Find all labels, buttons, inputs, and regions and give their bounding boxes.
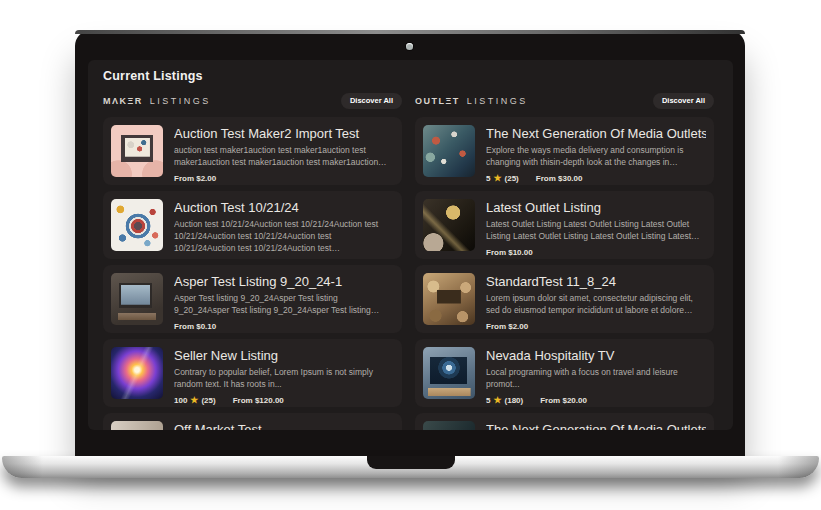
webcam-icon (406, 43, 413, 50)
column-header: OUTLΞT LISTINGS Discover All (415, 93, 714, 109)
listing-description: Explore the ways media delivery and cons… (486, 145, 706, 169)
listing-price: From $2.00 (486, 322, 528, 331)
column-header: MΛKΞR LISTINGS Discover All (103, 93, 402, 109)
listing-title: The Next Generation Of Media Outlets (486, 126, 706, 141)
rating-count: (25) (505, 174, 519, 183)
listing-thumbnail (111, 347, 163, 399)
listing-rating: 5 ★ (180) (486, 396, 523, 405)
listing-card[interactable]: Auction Test 10/21/24 Auction test 10/21… (103, 191, 402, 259)
listing-card[interactable]: Off Market Test (103, 413, 402, 430)
laptop-lid-edge (75, 30, 745, 34)
rating-score: 5 (486, 174, 490, 183)
rating-score: 5 (486, 396, 490, 405)
listing-info: Latest Outlet Listing Latest Outlet List… (486, 199, 706, 251)
brand-logo: OUTLΞT (415, 96, 460, 106)
listing-price: From $30.00 (536, 174, 583, 183)
rating-count: (180) (505, 396, 524, 405)
listing-title: Nevada Hospitality TV (486, 348, 706, 363)
laptop-base (2, 456, 819, 478)
listing-title: Auction Test 10/21/24 (174, 200, 394, 215)
listing-info: StandardTest 11_8_24 Lorem ipsum dolor s… (486, 273, 706, 325)
brand-suffix: LISTINGS (150, 96, 211, 106)
listing-title: Off Market Test (174, 422, 394, 430)
column-maker: MΛKΞR LISTINGS Discover All Auction Test… (103, 93, 402, 430)
screen-content: Current Listings MΛKΞR LISTINGS Discover… (88, 60, 733, 430)
brand-suffix: LISTINGS (467, 96, 528, 106)
listing-price: From $10.00 (486, 248, 533, 257)
listing-price: From $2.00 (174, 174, 216, 183)
listing-title: Seller New Listing (174, 348, 394, 363)
listing-info: Off Market Test (174, 421, 394, 430)
listing-title: Asper Test Listing 9_20_24-1 (174, 274, 394, 289)
section-brand: MΛKΞR LISTINGS (103, 96, 211, 106)
listing-card[interactable]: StandardTest 11_8_24 Lorem ipsum dolor s… (415, 265, 714, 333)
listing-thumbnail (423, 273, 475, 325)
listing-price: From $0.10 (174, 322, 216, 331)
listing-info: Auction Test 10/21/24 Auction test 10/21… (174, 199, 394, 251)
listing-description: Asper Test listing 9_20_24Asper Test lis… (174, 293, 394, 317)
listing-meta: 5 ★ (180) From $20.00 (486, 396, 706, 405)
card-list: The Next Generation Of Media Outlets Exp… (415, 117, 714, 430)
listing-card[interactable]: The Next Generation Of Media Outlets Exp… (415, 117, 714, 185)
brand-logo: MΛKΞR (103, 96, 143, 106)
star-icon: ★ (493, 396, 501, 405)
rating-score: 100 (174, 396, 187, 405)
listing-meta: From $0.10 (174, 322, 394, 331)
listing-thumbnail (111, 125, 163, 177)
listing-description: Local programing with a focus on travel … (486, 367, 706, 391)
listing-card[interactable]: Auction Test Maker2 Import Test auction … (103, 117, 402, 185)
listing-thumbnail (423, 421, 475, 430)
listing-card[interactable]: Asper Test Listing 9_20_24-1 Asper Test … (103, 265, 402, 333)
listing-description: auction test maker1auction test maker1au… (174, 145, 394, 169)
card-list: Auction Test Maker2 Import Test auction … (103, 117, 402, 430)
listing-thumbnail (111, 273, 163, 325)
listing-thumbnail (423, 199, 475, 251)
listing-info: The Next Generation Of Media Outlets (486, 421, 706, 430)
listings-columns: MΛKΞR LISTINGS Discover All Auction Test… (103, 93, 714, 430)
discover-all-button[interactable]: Discover All (341, 93, 402, 109)
column-outlet: OUTLΞT LISTINGS Discover All The Next Ge… (415, 93, 714, 430)
star-icon: ★ (190, 396, 198, 405)
listing-rating: 5 ★ (25) (486, 174, 519, 183)
listing-title: Latest Outlet Listing (486, 200, 706, 215)
page: Current Listings MΛKΞR LISTINGS Discover… (0, 0, 821, 510)
listing-card[interactable]: Latest Outlet Listing Latest Outlet List… (415, 191, 714, 259)
listing-price: From $120.00 (233, 396, 284, 405)
listing-card[interactable]: Seller New Listing Contrary to popular b… (103, 339, 402, 407)
listing-thumbnail (111, 199, 163, 251)
listing-info: The Next Generation Of Media Outlets Exp… (486, 125, 706, 177)
listing-title: The Next Generation Of Media Outlets (486, 422, 706, 430)
rating-count: (25) (201, 396, 215, 405)
star-icon: ★ (493, 174, 501, 183)
laptop-base-notch (367, 456, 455, 469)
listing-description: Auction test 10/21/24Auction test 10/21/… (174, 219, 394, 255)
listing-meta: 5 ★ (25) From $30.00 (486, 174, 706, 183)
listing-info: Asper Test Listing 9_20_24-1 Asper Test … (174, 273, 394, 325)
page-title: Current Listings (103, 69, 714, 83)
listing-meta: 100 ★ (25) From $120.00 (174, 396, 394, 405)
listing-info: Auction Test Maker2 Import Test auction … (174, 125, 394, 177)
listing-description: Lorem ipsum dolor sit amet, consectetur … (486, 293, 706, 317)
discover-all-button[interactable]: Discover All (653, 93, 714, 109)
listing-price: From $20.00 (540, 396, 587, 405)
laptop-frame: Current Listings MΛKΞR LISTINGS Discover… (75, 30, 745, 456)
listing-meta: From $2.00 (174, 174, 394, 183)
listing-rating: 100 ★ (25) (174, 396, 216, 405)
listing-description: Contrary to popular belief, Lorem Ipsum … (174, 367, 394, 391)
listing-meta: From $10.00 (486, 248, 706, 257)
listing-thumbnail (111, 421, 163, 430)
listing-info: Seller New Listing Contrary to popular b… (174, 347, 394, 399)
listing-card[interactable]: Nevada Hospitality TV Local programing w… (415, 339, 714, 407)
listing-thumbnail (423, 347, 475, 399)
listing-description: Latest Outlet Listing Latest Outlet List… (486, 219, 706, 243)
section-brand: OUTLΞT LISTINGS (415, 96, 528, 106)
listing-title: Auction Test Maker2 Import Test (174, 126, 394, 141)
listing-meta: From $2.00 (486, 322, 706, 331)
listing-card[interactable]: The Next Generation Of Media Outlets (415, 413, 714, 430)
listing-title: StandardTest 11_8_24 (486, 274, 706, 289)
listing-info: Nevada Hospitality TV Local programing w… (486, 347, 706, 399)
listing-thumbnail (423, 125, 475, 177)
